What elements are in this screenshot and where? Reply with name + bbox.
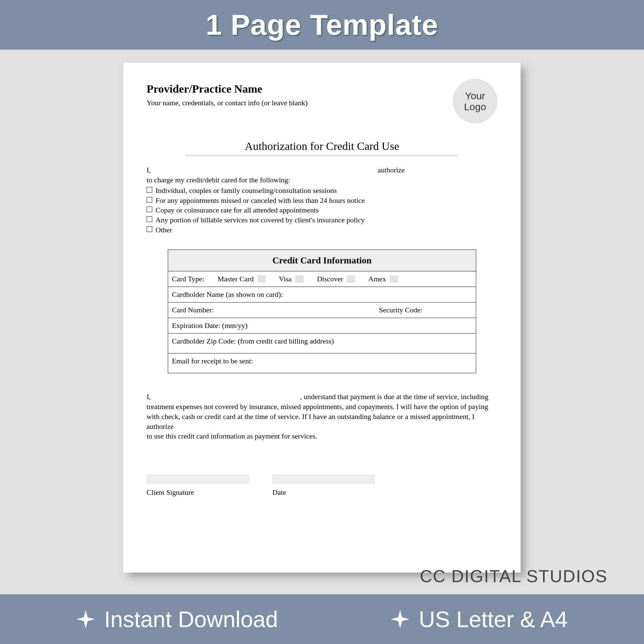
card-type-name: Discover xyxy=(317,275,343,283)
card-type-label: Card Type: xyxy=(172,275,205,283)
feature-instant-download: Instant Download xyxy=(76,606,278,632)
feature-label: Instant Download xyxy=(104,606,278,632)
card-type-checkbox[interactable] xyxy=(346,275,355,283)
signature-date-label: Date xyxy=(272,488,375,497)
logo-placeholder: Your Logo xyxy=(453,79,497,123)
card-type-checkbox[interactable] xyxy=(390,275,398,283)
card-number-row[interactable]: Card Number: Security Code: xyxy=(168,302,476,318)
check-item-missed: For any appointments missed or canceled … xyxy=(147,196,497,206)
document-page: Provider/Practice Name Your name, creden… xyxy=(123,63,521,573)
agreement-paragraph: I, , understand that payment is due at t… xyxy=(147,392,497,441)
card-type-name: Amex xyxy=(368,275,386,283)
checkbox-icon[interactable] xyxy=(147,187,152,193)
security-code-label: Security Code: xyxy=(379,306,422,314)
check-item-sessions: Individual, couples or family counseling… xyxy=(147,186,497,196)
card-type-row: Card Type: Master Card Visa Discover Ame… xyxy=(168,271,476,287)
sparkle-icon xyxy=(76,610,95,628)
feature-label: US Letter & A4 xyxy=(419,606,568,632)
logo-text: Your Logo xyxy=(453,90,497,112)
provider-block: Provider/Practice Name Your name, creden… xyxy=(147,83,307,107)
signature-client-line[interactable] xyxy=(147,474,249,484)
card-type-checkbox[interactable] xyxy=(295,275,304,283)
checklist: Individual, couples or family counseling… xyxy=(147,186,497,235)
checkbox-icon[interactable] xyxy=(147,216,152,222)
card-type-mastercard: Master Card xyxy=(217,275,265,283)
email-row[interactable]: Email for receipt to be sent: xyxy=(168,353,476,373)
check-label: Copay or coinsurance rate for all attend… xyxy=(156,205,319,215)
para-prefix: I, xyxy=(147,392,153,401)
checkbox-icon[interactable] xyxy=(147,197,152,203)
brand-watermark: CC DIGITAL STUDIOS xyxy=(420,566,608,586)
card-type-visa: Visa xyxy=(279,275,304,283)
card-type-discover: Discover xyxy=(317,275,355,283)
signature-row: Client Signature Date xyxy=(147,474,497,497)
signature-client-label: Client Signature xyxy=(147,488,249,497)
top-banner: 1 Page Template xyxy=(0,0,644,50)
authorize-line: I, authorize xyxy=(147,166,497,174)
authorize-suffix: authorize xyxy=(378,166,405,174)
check-item-other: Other xyxy=(147,225,497,235)
check-item-insurance: Any portion of billable services not cov… xyxy=(147,215,497,225)
para-last: to use this credit card information as p… xyxy=(147,432,317,440)
provider-subtitle: Your name, credentials, or contact info … xyxy=(147,99,307,107)
expiration-row[interactable]: Expiration Date: (mm/yy) xyxy=(168,318,476,334)
card-type-amex: Amex xyxy=(368,275,398,283)
card-type-name: Visa xyxy=(279,275,292,283)
checkbox-icon[interactable] xyxy=(147,207,152,212)
card-number-label: Card Number: xyxy=(172,306,379,314)
check-label: Other xyxy=(156,225,172,235)
document-title: Authorization for Credit Card Use xyxy=(147,140,497,153)
card-type-checkbox[interactable] xyxy=(257,275,266,283)
signature-date-block: Date xyxy=(272,474,375,497)
document-header: Provider/Practice Name Your name, creden… xyxy=(147,83,497,123)
cc-table-header: Credit Card Information xyxy=(168,250,476,271)
check-item-copay: Copay or coinsurance rate for all attend… xyxy=(147,205,497,215)
checkbox-icon[interactable] xyxy=(147,226,152,232)
check-label: Individual, couples or family counseling… xyxy=(156,186,337,196)
signature-date-line[interactable] xyxy=(272,474,375,484)
check-label: For any appointments missed or canceled … xyxy=(156,196,365,206)
bottom-banner: Instant Download US Letter & A4 xyxy=(0,594,644,644)
authorize-prefix: I, xyxy=(147,166,151,174)
cardholder-name-row[interactable]: Cardholder Name (as shown on card): xyxy=(168,287,476,302)
card-type-name: Master Card xyxy=(217,275,253,283)
check-label: Any portion of billable services not cov… xyxy=(156,215,365,225)
signature-client-block: Client Signature xyxy=(147,474,249,497)
title-underline xyxy=(185,155,459,157)
provider-name: Provider/Practice Name xyxy=(147,83,307,95)
credit-card-table: Credit Card Information Card Type: Maste… xyxy=(168,250,477,373)
feature-paper-size: US Letter & A4 xyxy=(391,606,568,632)
top-banner-text: 1 Page Template xyxy=(206,8,438,42)
zip-row[interactable]: Cardholder Zip Code: (from credit card b… xyxy=(168,334,476,353)
sparkle-icon xyxy=(391,610,409,628)
intro-text: to charge my credit/debit cared for the … xyxy=(147,176,497,184)
para-body: , understand that payment is due at the … xyxy=(147,392,488,430)
